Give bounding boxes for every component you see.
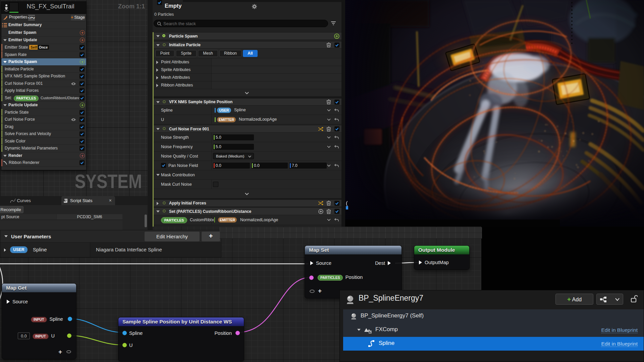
svg-text:(: ( [346, 200, 348, 206]
